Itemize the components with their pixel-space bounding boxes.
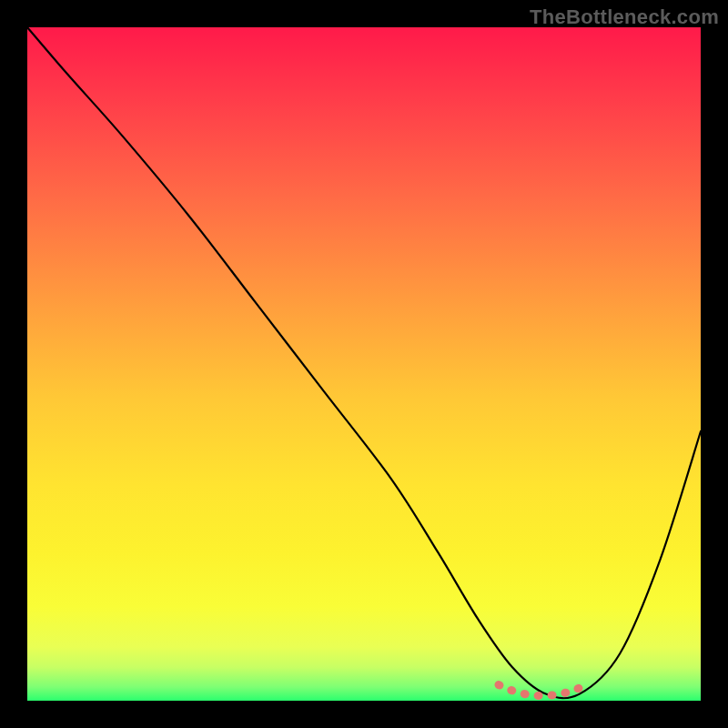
chart-frame: TheBottleneck.com [0, 0, 728, 728]
plot-area [27, 27, 701, 701]
watermark-text: TheBottleneck.com [530, 5, 719, 29]
minimum-marker [499, 685, 586, 696]
chart-svg [27, 27, 701, 701]
bottleneck-curve [27, 27, 701, 698]
